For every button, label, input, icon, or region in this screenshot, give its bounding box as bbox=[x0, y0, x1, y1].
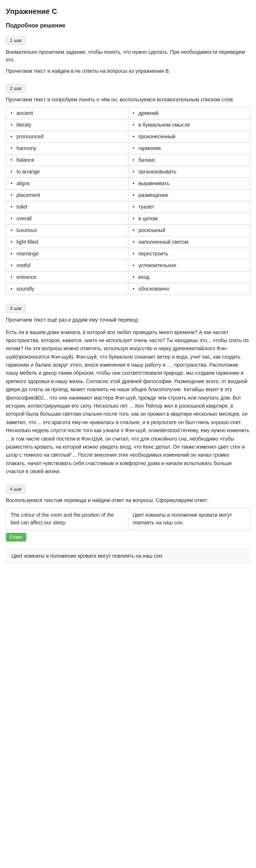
step-4-section: 4 шаг Воспользуемся текстом перевода и н… bbox=[6, 484, 250, 564]
vocab-row: ancientдревний bbox=[6, 108, 250, 119]
vocab-row: luxuriousроскошный bbox=[6, 225, 250, 236]
vocab-ru: произнесенный bbox=[128, 131, 250, 143]
vocab-ru: выравнивать bbox=[128, 178, 250, 190]
vocab-ru: в буквальном смысле bbox=[128, 119, 250, 131]
vocab-ru: обоснованно bbox=[128, 283, 250, 295]
vocab-ru: организовывать bbox=[128, 166, 250, 178]
step-1-section: 1 шаг Внимательно прочитаем задание, что… bbox=[6, 36, 250, 75]
step-1-badge: 1 шаг bbox=[6, 36, 26, 45]
vocab-en: ancient bbox=[6, 108, 128, 119]
vocab-en: soundly bbox=[6, 283, 128, 295]
vocab-en: luxurious bbox=[6, 225, 128, 236]
vocab-ru: перестроить bbox=[128, 248, 250, 260]
step-1-text: Внимательно прочитаем задание, чтобы пон… bbox=[6, 48, 250, 64]
answer-row: The colour of the room and the position … bbox=[6, 508, 250, 530]
vocab-en: balance bbox=[6, 154, 128, 166]
vocab-row: entranceвход bbox=[6, 272, 250, 283]
vocab-ru: древний bbox=[128, 108, 250, 119]
vocab-en: light-filled bbox=[6, 236, 128, 248]
step-3-badge: 3 шаг bbox=[6, 304, 26, 313]
vocab-en: literaly bbox=[6, 119, 128, 131]
vocab-ru: вход bbox=[128, 272, 250, 283]
vocab-row: overallв целом bbox=[6, 213, 250, 225]
vocab-row: to arrangeорганизовывать bbox=[6, 166, 250, 178]
answer-badge: Ответ bbox=[6, 533, 26, 542]
vocab-ru: гармония bbox=[128, 143, 250, 154]
vocab-ru: туалет bbox=[128, 201, 250, 213]
vocab-row: toiletтуалет bbox=[6, 201, 250, 213]
step-4-text: Воспользуемся текстом перевода и найдем … bbox=[6, 497, 250, 504]
vocab-row: alignsвыравнивать bbox=[6, 178, 250, 190]
vocab-ru: наполненный светом bbox=[128, 236, 250, 248]
vocab-en: restful bbox=[6, 260, 128, 272]
step-2-text: Прочитаем текст и попробуем понять о чём… bbox=[6, 96, 250, 104]
step-3-text: Прочитаем текст ещё раз и дадим ему точн… bbox=[6, 316, 250, 324]
vocab-ru: в целом bbox=[128, 213, 250, 225]
vocab-ru: баланс bbox=[128, 154, 250, 166]
vocab-en: pronounced bbox=[6, 131, 128, 143]
vocab-en: rearrange bbox=[6, 248, 128, 260]
vocab-row: harmonyгармония bbox=[6, 143, 250, 154]
vocab-en: toilet bbox=[6, 201, 128, 213]
answer-en-cell: The colour of the room and the position … bbox=[6, 508, 128, 530]
vocab-row: balanceбаланс bbox=[6, 154, 250, 166]
step-3-section: 3 шаг Прочитаем текст ещё раз и дадим ем… bbox=[6, 304, 250, 476]
vocab-row: placementразмещение bbox=[6, 190, 250, 201]
vocab-row: soundlyобоснованно bbox=[6, 283, 250, 295]
answer-ru-cell: Цвет комнаты и положение кровати могут п… bbox=[128, 508, 250, 530]
vocab-row: pronouncedпроизнесенный bbox=[6, 131, 250, 143]
page-title: Упражнение С bbox=[6, 6, 250, 17]
step-2-badge: 2 шаг bbox=[6, 84, 26, 93]
page-subtitle: Подробное решение bbox=[6, 21, 250, 30]
vocab-en: aligns bbox=[6, 178, 128, 190]
step-2-section: 2 шаг Прочитаем текст и попробуем понять… bbox=[6, 84, 250, 295]
answer-table: The colour of the room and the position … bbox=[6, 508, 250, 530]
step-1-subtext: Прочитаем текст и найдем в не ответы на … bbox=[6, 67, 250, 75]
vocab-en: overall bbox=[6, 213, 128, 225]
final-answer-text: Цвет комнаты и положение кровати могут п… bbox=[6, 548, 250, 564]
vocab-en: entrance bbox=[6, 272, 128, 283]
vocab-table: ancientдревнийliteralyв буквальном смысл… bbox=[6, 107, 250, 295]
vocab-en: harmony bbox=[6, 143, 128, 154]
vocab-row: light-filledнаполненный светом bbox=[6, 236, 250, 248]
vocab-row: literalyв буквальном смысле bbox=[6, 119, 250, 131]
vocab-ru: роскошный bbox=[128, 225, 250, 236]
vocab-row: rearrangeперестроить bbox=[6, 248, 250, 260]
vocab-row: restfulуспокоительное bbox=[6, 260, 250, 272]
vocab-en: to arrange bbox=[6, 166, 128, 178]
vocab-en: placement bbox=[6, 190, 128, 201]
translation-text: Есть ли в вашем доме комната, в которой … bbox=[6, 328, 250, 476]
step-4-badge: 4 шаг bbox=[6, 484, 26, 494]
vocab-ru: размещение bbox=[128, 190, 250, 201]
vocab-ru: успокоительное bbox=[128, 260, 250, 272]
